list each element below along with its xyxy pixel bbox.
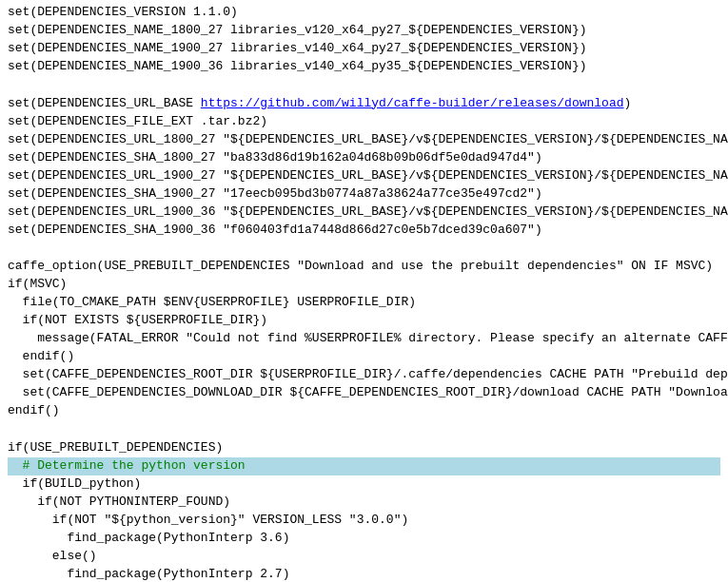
- code-block: set(DEPENDENCIES_VERSION 1.1.0)set(DEPEN…: [0, 4, 728, 582]
- code-container: set(DEPENDENCIES_VERSION 1.1.0)set(DEPEN…: [0, 0, 728, 582]
